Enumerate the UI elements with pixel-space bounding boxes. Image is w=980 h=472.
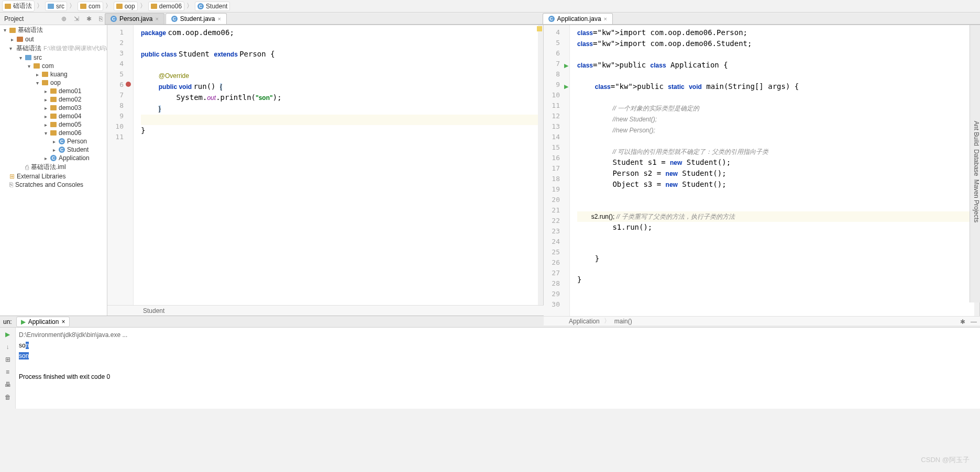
project-label: Project (4, 15, 24, 23)
run-toolbar: ▶ ↓ ⊞ ≡ 🖶 🗑 (0, 328, 16, 409)
editor-student[interactable]: 1234567891011 package com.oop.demo06; pu… (107, 25, 544, 305)
print-icon[interactable]: 🖶 (5, 381, 11, 388)
layout-icon[interactable]: ⊞ (5, 356, 10, 363)
tab-application[interactable]: CApplication.java× (543, 13, 613, 24)
project-tree[interactable]: ▾基础语法 ▸out ▾基础语法 F:\班级管理\网课班\代码\Ja ▾src … (0, 25, 107, 316)
console-selection: n (26, 342, 29, 349)
trash-icon[interactable]: 🗑 (5, 394, 11, 401)
minimize-icon[interactable]: — (971, 318, 977, 325)
crumb-root[interactable]: 础语法 (2, 1, 35, 12)
gutter-right: 4567▶89▶10111213141516171819202122232425… (544, 25, 570, 316)
close-icon[interactable]: × (61, 318, 65, 325)
code-left[interactable]: package com.oop.demo06; public class Stu… (134, 25, 543, 305)
editor-application[interactable]: 4567▶89▶10111213141516171819202122232425… (544, 25, 980, 316)
gutter-left: 1234567891011 (107, 25, 134, 305)
breadcrumb-bar: 础语法〉 src〉 com〉 oop〉 demo06〉 CStudent (0, 0, 980, 13)
close-icon[interactable]: × (604, 16, 607, 22)
project-toolbar: Project ⊕ ⇲ ✱ ⎘ CPerson.java× CStudent.j… (0, 13, 980, 25)
watermark: CSDN @阿玉子 (921, 455, 970, 465)
gear-icon[interactable]: ✱ (84, 15, 94, 23)
tab-person[interactable]: CPerson.java× (105, 13, 164, 24)
console-line: so (19, 342, 26, 349)
console-cmd: D:\Environment\jdk8\jdk\bin\java.exe ... (19, 330, 977, 340)
editor-tabs-left: CPerson.java× CStudent.java× (105, 13, 543, 25)
run-config-tab[interactable]: ▶Application× (16, 317, 70, 327)
editor-status-right: Application〉main() (544, 316, 980, 325)
hide-icon[interactable]: ⎘ (97, 15, 105, 23)
close-icon[interactable]: × (155, 16, 158, 22)
code-right[interactable]: class="kw">import com.oop.demo06.Person;… (570, 25, 979, 316)
editor-split: 1234567891011 package com.oop.demo06; pu… (107, 25, 980, 316)
gear-icon[interactable]: ✱ (960, 318, 965, 325)
run-label: un: (3, 318, 12, 325)
crumb-oop[interactable]: oop (114, 2, 138, 11)
editor-tabs-right: CApplication.java× (543, 13, 981, 25)
rerun-icon[interactable]: ▶ (5, 331, 10, 338)
collapse-icon[interactable]: ⇲ (72, 15, 81, 23)
editor-status-left: Student (107, 305, 544, 316)
scrollbar[interactable] (538, 25, 543, 305)
tab-student[interactable]: CStudent.java× (166, 13, 227, 24)
stop-icon[interactable]: ↓ (6, 343, 9, 351)
filter-icon[interactable]: ≡ (6, 368, 9, 376)
crumb-src[interactable]: src (45, 2, 67, 11)
right-tool-gutter[interactable]: Ant Build Database Maven Projects (970, 25, 980, 302)
close-icon[interactable]: × (218, 16, 221, 22)
main-area: ▾基础语法 ▸out ▾基础语法 F:\班级管理\网课班\代码\Ja ▾src … (0, 25, 980, 316)
run-panel: un: ▶Application× ✱ — ▶ ↓ ⊞ ≡ 🖶 🗑 D:\Env… (0, 316, 980, 409)
crumb-class[interactable]: CStudent (195, 2, 230, 11)
console-selection: son (19, 352, 29, 359)
crumb-com[interactable]: com (78, 2, 103, 11)
console-output[interactable]: D:\Environment\jdk8\jdk\bin\java.exe ...… (16, 328, 980, 409)
target-icon[interactable]: ⊕ (59, 15, 69, 23)
crumb-demo06[interactable]: demo06 (148, 2, 184, 11)
console-exit: Process finished with exit code 0 (19, 372, 977, 382)
